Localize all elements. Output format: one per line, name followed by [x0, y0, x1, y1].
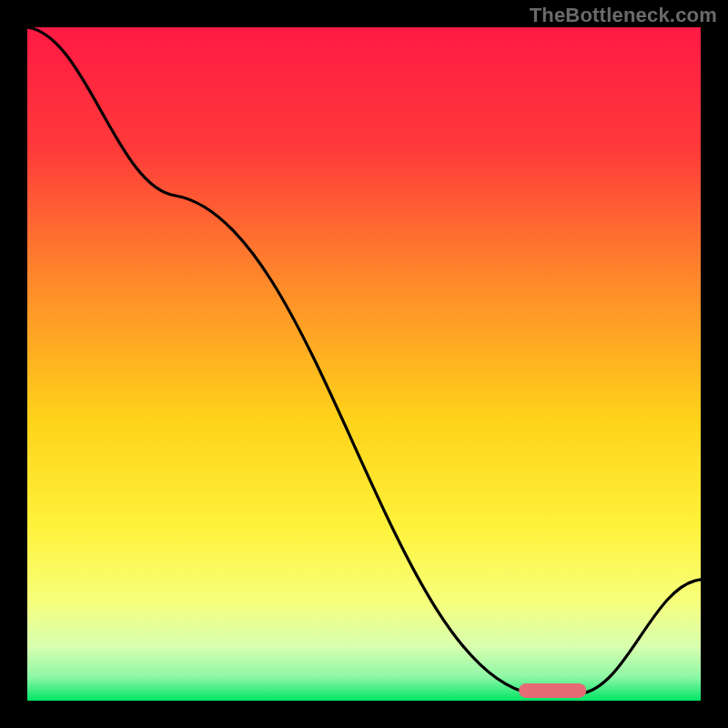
svg-rect-1 [519, 683, 586, 698]
watermark-text: TheBottleneck.com [530, 4, 717, 27]
plot-area [27, 27, 701, 701]
chart-stage: TheBottleneck.com [0, 0, 728, 728]
optimal-marker [27, 27, 701, 701]
